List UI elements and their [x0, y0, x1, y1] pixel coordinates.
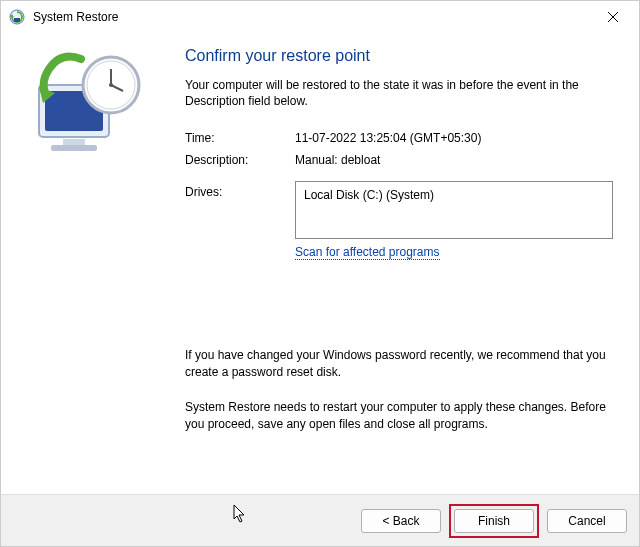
svg-rect-2	[14, 18, 20, 22]
cancel-button[interactable]: Cancel	[547, 509, 627, 533]
back-button[interactable]: < Back	[361, 509, 441, 533]
footer-bar: < Back Finish Cancel	[1, 494, 639, 546]
drives-listbox[interactable]: Local Disk (C:) (System)	[295, 181, 613, 239]
restart-note: System Restore needs to restart your com…	[185, 399, 613, 433]
main-panel: Confirm your restore point Your computer…	[171, 33, 639, 493]
close-icon	[608, 12, 618, 22]
system-restore-icon	[9, 9, 25, 25]
sidebar	[1, 33, 171, 493]
finish-button[interactable]: Finish	[454, 509, 534, 533]
drives-row: Drives: Local Disk (C:) (System)	[185, 181, 613, 239]
description-value: Manual: debloat	[295, 153, 613, 167]
description-row: Description: Manual: debloat	[185, 153, 613, 167]
description-label: Description:	[185, 153, 295, 167]
svg-point-13	[109, 83, 113, 87]
svg-rect-8	[51, 145, 97, 151]
close-button[interactable]	[591, 3, 635, 31]
titlebar: System Restore	[1, 1, 639, 33]
window-title: System Restore	[33, 10, 591, 24]
finish-highlight: Finish	[449, 504, 539, 538]
time-value: 11-07-2022 13:25:04 (GMT+05:30)	[295, 131, 613, 145]
restore-graphic-icon	[21, 51, 151, 161]
time-row: Time: 11-07-2022 13:25:04 (GMT+05:30)	[185, 131, 613, 145]
password-note: If you have changed your Windows passwor…	[185, 347, 613, 381]
content-area: Confirm your restore point Your computer…	[1, 33, 639, 493]
scan-link-row: Scan for affected programs	[295, 245, 613, 259]
page-heading: Confirm your restore point	[185, 47, 613, 65]
svg-rect-7	[63, 139, 85, 145]
drives-item: Local Disk (C:) (System)	[304, 188, 434, 202]
scan-affected-programs-link[interactable]: Scan for affected programs	[295, 245, 440, 260]
time-label: Time:	[185, 131, 295, 145]
drives-label: Drives:	[185, 181, 295, 239]
page-subtext: Your computer will be restored to the st…	[185, 77, 613, 109]
